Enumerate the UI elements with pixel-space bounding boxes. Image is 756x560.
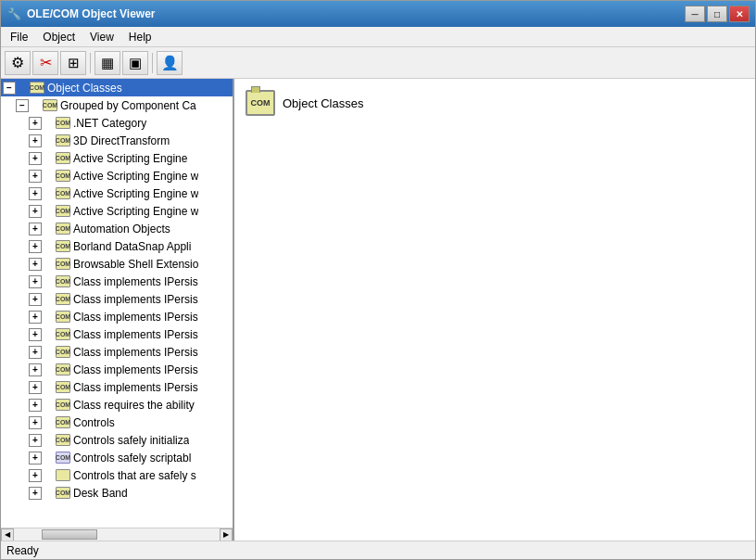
com-icon-3d: COM — [56, 134, 70, 146]
label-borland: Borland DataSnap Appli — [73, 240, 191, 253]
title-bar: 🔧 OLE/COM Object Viewer ─ □ ✕ — [1, 1, 755, 27]
detail-title: Object Classes — [283, 96, 363, 110]
menu-help[interactable]: Help — [121, 29, 159, 45]
tree-hscrollbar[interactable]: ◀ ▶ — [1, 528, 233, 541]
toggle-ase4[interactable]: + — [29, 205, 42, 218]
tree-item-automation[interactable]: + COM Automation Objects — [1, 220, 233, 237]
hscroll-left-button[interactable]: ◀ — [1, 528, 14, 541]
toggle-ipers3[interactable]: + — [29, 311, 42, 324]
toolbar-separator-2 — [152, 53, 153, 73]
hscroll-thumb[interactable] — [42, 529, 97, 540]
com-icon-ase4: COM — [56, 205, 70, 217]
close-button[interactable]: ✕ — [729, 6, 750, 22]
tree-item-3d[interactable]: + COM 3D DirectTransform — [1, 132, 233, 149]
toggle-requires[interactable]: + — [29, 399, 42, 412]
tree-item-controls-safe[interactable]: + Controls that are safely s — [1, 466, 233, 484]
tree-item-ase2[interactable]: + COM Active Scripting Engine w — [1, 167, 233, 185]
interfaces-icon: ▦ — [101, 55, 114, 71]
toggle-object-classes[interactable]: − — [3, 82, 16, 95]
tree-item-desk-band[interactable]: + COM Desk Band — [1, 484, 233, 502]
tree-item-controls-script[interactable]: + COM Controls safely scriptabl — [1, 449, 233, 466]
minimize-button[interactable]: ─ — [685, 6, 705, 22]
toggle-controls-init[interactable]: + — [29, 434, 42, 447]
tree-item-browsable[interactable]: + COM Browsable Shell Extensio — [1, 255, 233, 273]
tree-item-requires[interactable]: + COM Class requires the ability — [1, 396, 233, 414]
toggle-ase2[interactable]: + — [29, 170, 42, 183]
typelib-icon: ▣ — [129, 55, 142, 71]
tree-item-dotnet[interactable]: + COM .NET Category — [1, 114, 233, 132]
tree-item-ipers5[interactable]: + COM Class implements IPersis — [1, 343, 233, 361]
toggle-controls-safe[interactable]: + — [29, 469, 42, 482]
toggle-controls-script[interactable]: + — [29, 452, 42, 465]
toggle-dotnet[interactable]: + — [29, 117, 42, 130]
com-icon-controls: COM — [56, 416, 70, 428]
toggle-ipers2[interactable]: + — [29, 293, 42, 306]
com-icon-ipers4: COM — [56, 328, 70, 340]
com-icon-root: COM — [30, 82, 44, 94]
tree-item-ipers6[interactable]: + COM Class implements IPersis — [1, 361, 233, 378]
network-button[interactable]: ⊞ — [60, 51, 86, 75]
com-icon-grouped: COM — [43, 99, 57, 111]
menu-view[interactable]: View — [82, 29, 121, 45]
toggle-browsable[interactable]: + — [29, 258, 42, 271]
label-ase2: Active Scripting Engine w — [73, 170, 198, 183]
toggle-controls[interactable]: + — [29, 416, 42, 429]
detail-icon-label: COM — [251, 98, 271, 108]
tree-item-ase1[interactable]: + COM Active Scripting Engine — [1, 149, 233, 167]
toggle-ase1[interactable]: + — [29, 152, 42, 165]
tree-item-ipers7[interactable]: + COM Class implements IPersis — [1, 378, 233, 396]
toggle-ipers5[interactable]: + — [29, 346, 42, 359]
main-area: − COM Object Classes − COM Grouped by Co… — [1, 79, 755, 541]
tree-item-grouped[interactable]: − COM Grouped by Component Ca — [1, 96, 233, 114]
com-icon-borland: COM — [56, 240, 70, 252]
toggle-ipers7[interactable]: + — [29, 381, 42, 394]
expert-icon: 👤 — [161, 55, 179, 71]
hscroll-right-button[interactable]: ▶ — [220, 528, 233, 541]
tree-item-ase4[interactable]: + COM Active Scripting Engine w — [1, 202, 233, 220]
toggle-3d[interactable]: + — [29, 134, 42, 147]
label-ase4: Active Scripting Engine w — [73, 205, 198, 218]
com-icon-desk-band: COM — [56, 487, 70, 499]
registry-icon: ⚙ — [11, 54, 24, 71]
toggle-ipers6[interactable]: + — [29, 363, 42, 376]
tree-item-ipers1[interactable]: + COM Class implements IPersis — [1, 273, 233, 290]
label-automation: Automation Objects — [73, 223, 170, 235]
tree-item-ipers3[interactable]: + COM Class implements IPersis — [1, 308, 233, 325]
toggle-ase3[interactable]: + — [29, 187, 42, 200]
tree-item-ipers4[interactable]: + COM Class implements IPersis — [1, 325, 233, 343]
menu-file[interactable]: File — [3, 29, 35, 45]
hscroll-track[interactable] — [14, 528, 220, 541]
tree-item-ase3[interactable]: + COM Active Scripting Engine w — [1, 185, 233, 202]
label-ipers5: Class implements IPersis — [73, 346, 198, 359]
tree-scroll[interactable]: − COM Object Classes − COM Grouped by Co… — [1, 79, 233, 528]
toggle-automation[interactable]: + — [29, 223, 42, 235]
detail-pane: COM Object Classes — [234, 79, 755, 541]
toggle-grouped[interactable]: − — [16, 99, 29, 112]
expert-button[interactable]: 👤 — [157, 51, 183, 75]
com-icon-ipers3: COM — [56, 311, 70, 323]
interfaces-button[interactable]: ▦ — [94, 51, 120, 75]
toggle-ipers4[interactable]: + — [29, 328, 42, 341]
tree-item-ipers2[interactable]: + COM Class implements IPersis — [1, 290, 233, 308]
menu-object[interactable]: Object — [35, 29, 82, 45]
toggle-ipers1[interactable]: + — [29, 275, 42, 288]
label-grouped: Grouped by Component Ca — [60, 99, 196, 112]
disconnect-button[interactable]: ✂ — [32, 51, 58, 75]
tree-item-controls[interactable]: + COM Controls — [1, 414, 233, 431]
registry-button[interactable]: ⚙ — [5, 51, 31, 75]
label-ipers7: Class implements IPersis — [73, 381, 198, 394]
label-controls-init: Controls safely initializa — [73, 434, 189, 447]
toolbar: ⚙ ✂ ⊞ ▦ ▣ 👤 — [1, 47, 755, 79]
com-icon-controls-safe — [56, 469, 70, 481]
typelib-button[interactable]: ▣ — [122, 51, 148, 75]
tree-item-object-classes[interactable]: − COM Object Classes — [1, 79, 233, 96]
tree-item-borland[interactable]: + COM Borland DataSnap Appli — [1, 237, 233, 255]
main-window: 🔧 OLE/COM Object Viewer ─ □ ✕ File Objec… — [0, 0, 756, 560]
tree-item-controls-init[interactable]: + COM Controls safely initializa — [1, 431, 233, 449]
label-dotnet: .NET Category — [73, 117, 146, 130]
restore-button[interactable]: □ — [707, 6, 727, 22]
label-object-classes: Object Classes — [47, 82, 122, 95]
title-bar-left: 🔧 OLE/COM Object Viewer — [6, 6, 155, 21]
toggle-desk-band[interactable]: + — [29, 487, 42, 500]
toggle-borland[interactable]: + — [29, 240, 42, 253]
